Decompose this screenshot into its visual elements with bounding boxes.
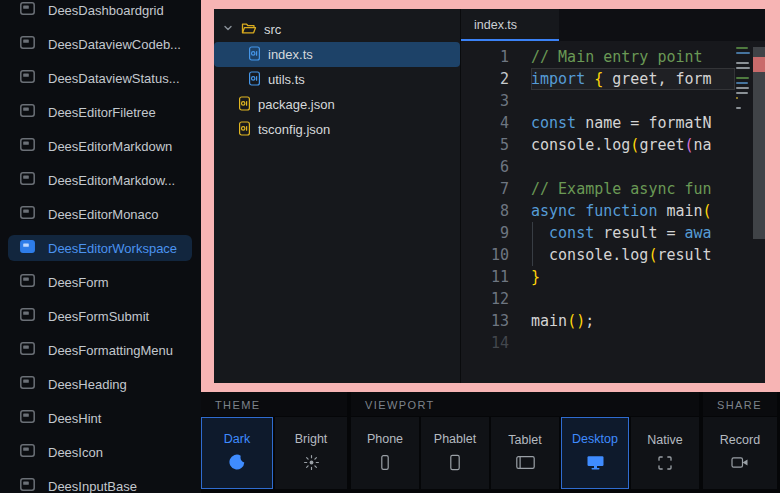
component-sidebar: DeesDashboardgridDeesDataviewCodeb...Dee… xyxy=(0,0,201,493)
line-text[interactable] xyxy=(531,332,735,354)
line-text[interactable]: // Main entry point xyxy=(531,46,735,68)
line-text[interactable]: } xyxy=(531,266,735,288)
sidebar-item-label: DeesIcon xyxy=(48,445,103,460)
line-text[interactable] xyxy=(531,288,735,310)
sidebar-item-deesheading[interactable]: DeesHeading xyxy=(0,367,201,401)
sidebar-item-label: DeesDataviewCodeb... xyxy=(48,37,181,52)
sidebar-item-deesform[interactable]: DeesForm xyxy=(0,265,201,299)
window-icon xyxy=(20,35,35,53)
minimap-line xyxy=(736,87,749,89)
tree-item-label: package.json xyxy=(258,97,335,112)
button-dark[interactable]: Dark xyxy=(201,417,273,489)
sidebar-item-deeseditorworkspace[interactable]: DeesEditorWorkspace xyxy=(0,231,201,265)
sidebar-item-deesformsubmit[interactable]: DeesFormSubmit xyxy=(0,299,201,333)
tree-item-label: tsconfig.json xyxy=(258,122,330,137)
chevron-down-icon[interactable] xyxy=(222,22,234,37)
line-number: 5 xyxy=(461,134,531,156)
tree-item-package-json[interactable]: package.json xyxy=(214,92,460,117)
tree-item-utils-ts[interactable]: utils.ts xyxy=(214,67,460,92)
sidebar-item-deeseditormarkdown[interactable]: DeesEditorMarkdown xyxy=(0,129,201,163)
tree-item-label: index.ts xyxy=(268,47,313,62)
tree-item-label: src xyxy=(264,22,281,37)
button-bright[interactable]: Bright xyxy=(275,417,347,489)
editor-tabbar: index.ts xyxy=(461,9,765,41)
tree-item-tsconfig-json[interactable]: tsconfig.json xyxy=(214,117,460,142)
code-line: 7// Example async fun xyxy=(461,178,735,200)
tree-item-label: utils.ts xyxy=(268,72,305,87)
line-text[interactable]: // Example async fun xyxy=(531,178,735,200)
line-text[interactable] xyxy=(531,90,735,112)
tab-index-ts[interactable]: index.ts xyxy=(461,9,559,41)
toolbar-section-viewport: VIEWPORTPhonePhabletTabletDesktopNative xyxy=(351,392,699,493)
code-line: 1// Main entry point xyxy=(461,46,735,68)
line-text[interactable]: const name = formatN xyxy=(531,112,735,134)
minimap-line xyxy=(736,107,741,109)
sidebar-item-deesformattingmenu[interactable]: DeesFormattingMenu xyxy=(0,333,201,367)
line-text[interactable]: console.log(greet(na xyxy=(531,134,735,156)
file-ts-icon xyxy=(248,71,261,89)
minimap-line xyxy=(736,82,748,84)
minimap[interactable] xyxy=(735,41,753,383)
code-line: 4const name = formatN xyxy=(461,112,735,134)
demo-frame: srcindex.tsutils.tspackage.jsontsconfig.… xyxy=(201,0,780,392)
line-text[interactable]: import { greet, form xyxy=(531,68,735,90)
file-tree: srcindex.tsutils.tspackage.jsontsconfig.… xyxy=(214,9,460,383)
sidebar-item-deesdashboardgrid[interactable]: DeesDashboardgrid xyxy=(0,0,201,27)
sidebar-item-deeshint[interactable]: DeesHint xyxy=(0,401,201,435)
sidebar-item-label: DeesDashboardgrid xyxy=(48,3,164,18)
window-icon xyxy=(20,477,35,493)
code-area[interactable]: 1// Main entry point2import { greet, for… xyxy=(461,41,735,383)
button-tablet[interactable]: Tablet xyxy=(491,417,559,489)
line-number: 10 xyxy=(461,244,531,266)
sidebar-item-deeseditormarkdow[interactable]: DeesEditorMarkdow... xyxy=(0,163,201,197)
code-line: 12 xyxy=(461,288,735,310)
sidebar-item-deesdataviewcodeb[interactable]: DeesDataviewCodeb... xyxy=(0,27,201,61)
line-text[interactable]: const result = awa xyxy=(531,222,735,244)
line-text[interactable]: async function main( xyxy=(531,200,735,222)
button-phablet[interactable]: Phablet xyxy=(421,417,489,489)
phone-icon xyxy=(377,454,393,474)
minimap-line xyxy=(736,92,748,94)
window-icon xyxy=(20,137,35,155)
scrollbar-thumb[interactable] xyxy=(753,47,765,239)
sidebar-item-deeseditorfiletree[interactable]: DeesEditorFiletree xyxy=(0,95,201,129)
sidebar-item-label: DeesDataviewStatus... xyxy=(48,71,180,86)
code-line: 5console.log(greet(na xyxy=(461,134,735,156)
button-label: Tablet xyxy=(508,433,541,447)
sidebar-item-label: DeesHint xyxy=(48,411,101,426)
editor-workspace: srcindex.tsutils.tspackage.jsontsconfig.… xyxy=(214,9,765,383)
sidebar-item-label: DeesForm xyxy=(48,275,109,290)
window-icon xyxy=(20,443,35,461)
line-number: 3 xyxy=(461,90,531,112)
sidebar-item-deesinputbase[interactable]: DeesInputBase xyxy=(0,469,201,493)
tree-item-src[interactable]: src xyxy=(214,17,460,42)
button-label: Native xyxy=(647,433,682,447)
button-phone[interactable]: Phone xyxy=(351,417,419,489)
minimap-line xyxy=(736,52,750,54)
line-text[interactable]: main(); xyxy=(531,310,735,332)
tree-item-index-ts[interactable]: index.ts xyxy=(214,42,460,67)
button-label: Phablet xyxy=(434,432,476,446)
line-text[interactable] xyxy=(531,156,735,178)
sidebar-item-label: DeesFormSubmit xyxy=(48,309,149,324)
window-icon xyxy=(20,69,35,87)
button-native[interactable]: Native xyxy=(631,417,699,489)
file-ts-icon xyxy=(248,46,261,64)
button-record[interactable]: Record xyxy=(703,417,777,489)
minimap-line xyxy=(736,47,748,49)
file-json-icon xyxy=(238,121,251,139)
button-desktop[interactable]: Desktop xyxy=(561,417,629,489)
toolbar-buttons: PhonePhabletTabletDesktopNative xyxy=(351,416,699,489)
tablet-icon xyxy=(516,455,535,473)
sidebar-item-deesdataviewstatus[interactable]: DeesDataviewStatus... xyxy=(0,61,201,95)
sidebar-item-deeseditormonaco[interactable]: DeesEditorMonaco xyxy=(0,197,201,231)
minimap-line xyxy=(736,67,750,69)
editor-scrollbar[interactable] xyxy=(753,41,765,383)
line-number: 14 xyxy=(461,332,531,354)
code-line: 2import { greet, form xyxy=(461,68,735,90)
line-number: 11 xyxy=(461,266,531,288)
phablet-icon xyxy=(447,454,463,474)
component-sidebar-list: DeesDashboardgridDeesDataviewCodeb...Dee… xyxy=(0,0,201,493)
line-text[interactable]: console.log(result xyxy=(531,244,735,266)
sidebar-item-deesicon[interactable]: DeesIcon xyxy=(0,435,201,469)
